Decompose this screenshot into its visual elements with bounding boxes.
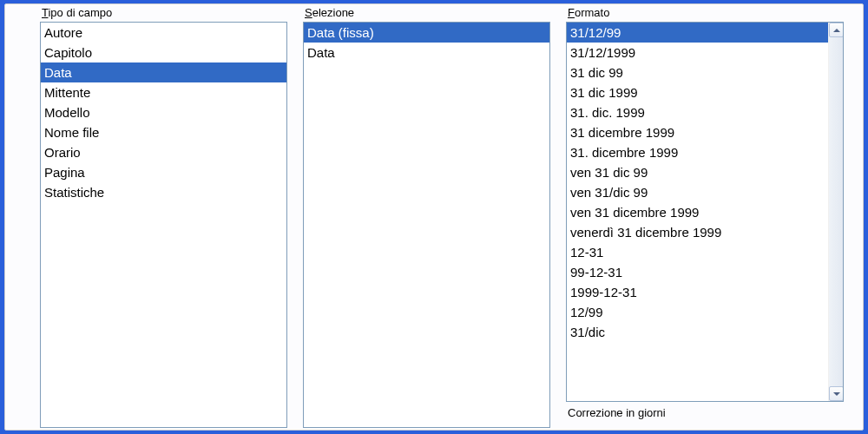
format-item[interactable]: ven 31 dicembre 1999 <box>567 202 828 222</box>
scroll-down-button[interactable] <box>829 386 844 401</box>
dialog-content: Tipo di campo AutoreCapitoloDataMittente… <box>4 3 864 431</box>
format-item[interactable]: 31 dicembre 1999 <box>567 122 828 142</box>
format-column: Formato 31/12/9931/12/199931 dic 9931 di… <box>566 6 844 428</box>
field-type-item[interactable]: Capitolo <box>41 43 286 62</box>
window-frame: Tipo di campo AutoreCapitoloDataMittente… <box>0 0 868 434</box>
format-item[interactable]: 1999-12-31 <box>567 282 828 302</box>
format-label: Formato <box>566 6 844 22</box>
format-scrollbar[interactable] <box>828 23 843 401</box>
format-item[interactable]: 31. dic. 1999 <box>567 102 828 122</box>
selection-label: Selezione <box>303 6 550 22</box>
field-type-item[interactable]: Statistiche <box>41 182 286 202</box>
chevron-down-icon <box>833 392 840 396</box>
field-type-label: Tipo di campo <box>40 6 287 22</box>
field-type-item[interactable]: Nome file <box>41 122 286 142</box>
format-item[interactable]: 31/12/1999 <box>567 43 828 62</box>
format-item[interactable]: ven 31/dic 99 <box>567 182 828 202</box>
format-item[interactable]: ven 31 dic 99 <box>567 162 828 182</box>
format-item[interactable]: 31/dic <box>567 322 828 342</box>
selection-item[interactable]: Data (fissa) <box>304 23 549 43</box>
format-item[interactable]: 31 dic 99 <box>567 62 828 82</box>
field-type-listbox[interactable]: AutoreCapitoloDataMittenteModelloNome fi… <box>40 22 287 428</box>
format-listbox[interactable]: 31/12/9931/12/199931 dic 9931 dic 199931… <box>566 22 844 402</box>
selection-listbox[interactable]: Data (fissa)Data <box>303 22 550 428</box>
field-type-item[interactable]: Mittente <box>41 82 286 102</box>
field-type-column: Tipo di campo AutoreCapitoloDataMittente… <box>40 6 287 428</box>
format-item[interactable]: venerdì 31 dicembre 1999 <box>567 222 828 242</box>
field-type-item[interactable]: Modello <box>41 102 286 122</box>
field-type-item[interactable]: Autore <box>41 23 286 43</box>
format-item[interactable]: 12-31 <box>567 242 828 262</box>
selection-item[interactable]: Data <box>304 43 549 62</box>
format-item[interactable]: 31/12/99 <box>567 23 828 43</box>
format-item[interactable]: 31. dicembre 1999 <box>567 142 828 162</box>
format-item[interactable]: 99-12-31 <box>567 262 828 282</box>
field-type-item[interactable]: Data <box>41 62 286 82</box>
format-item[interactable]: 12/99 <box>567 302 828 322</box>
format-item[interactable]: 31 dic 1999 <box>567 82 828 102</box>
chevron-up-icon <box>833 29 840 32</box>
scroll-up-button[interactable] <box>829 23 844 37</box>
selection-column: Selezione Data (fissa)Data <box>303 6 550 428</box>
correction-label: Correzione in giorni <box>566 402 844 419</box>
field-type-item[interactable]: Orario <box>41 142 286 162</box>
field-type-item[interactable]: Pagina <box>41 162 286 182</box>
